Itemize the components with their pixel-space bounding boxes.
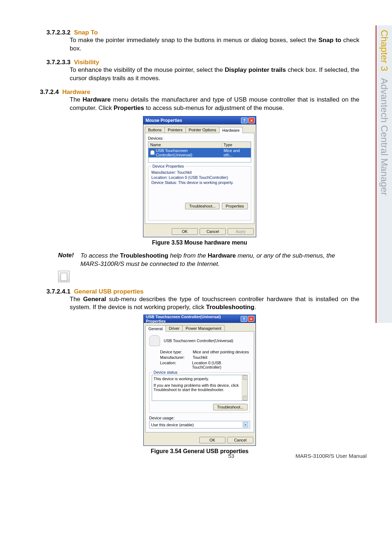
body-visibility: To enhance the visibility of the mouse p… — [70, 66, 359, 83]
tab-driver[interactable]: Driver — [166, 325, 183, 331]
note-label: Note! — [58, 252, 74, 259]
cancel-button[interactable]: Cancel — [200, 228, 226, 235]
tab-hardware[interactable]: Hardware — [219, 127, 243, 133]
note-icon — [58, 271, 70, 282]
ok-button[interactable]: OK — [172, 228, 198, 235]
tab-pointers[interactable]: Pointers — [164, 127, 185, 133]
properties-button[interactable]: Properties — [222, 203, 248, 209]
list-header: Name Type — [148, 142, 251, 148]
dialog-footer: OK Cancel Apply — [143, 226, 256, 237]
devices-list[interactable]: Name Type USB Touchscreen Controller(Uni… — [148, 141, 251, 163]
ok-button[interactable]: OK — [199, 437, 225, 443]
device-icon — [149, 335, 160, 346]
device-type-value: Mice and other pointing devices — [193, 350, 249, 354]
body-snap-to: To make the pointer immediately snap to … — [70, 36, 359, 53]
heading-general-usb: 3.7.2.4.1 General USB properties — [46, 288, 359, 295]
device-name: USB Touchscreen Controller(Universal) — [164, 338, 233, 343]
device-usage-label: Device usage: — [149, 416, 250, 420]
status-title: Device status — [152, 370, 179, 374]
dialog-footer: OK Cancel — [144, 435, 256, 446]
manual-name: MARS-3100R/S User Manual — [295, 453, 367, 459]
chevron-down-icon: ▾ — [243, 422, 248, 427]
help-button[interactable]: ? — [241, 316, 247, 322]
location-label: Location: — [160, 361, 192, 369]
device-usage-select[interactable]: Use this device (enable) ▾ — [149, 421, 250, 428]
location-value: Location 0 (USB TouchController) — [192, 361, 250, 369]
heading-visibility: 3.7.2.3.3 Visibility — [46, 59, 359, 66]
titlebar: USB Touchscreen Controller(Universal) Pr… — [144, 315, 256, 323]
manufacturer-line: Manufacturer: Touchkit — [151, 170, 248, 175]
tab-power-management[interactable]: Power Management — [182, 325, 224, 331]
col-name[interactable]: Name — [148, 142, 222, 148]
tab-panel: Devices: Name Type USB Touchscreen Contr… — [145, 133, 254, 224]
tab-pointer-options[interactable]: Pointer Options — [185, 127, 220, 133]
device-status-group: Device status This device is working pro… — [149, 372, 250, 413]
mouse-properties-dialog: Mouse Properties ? × Buttons Pointers Po… — [143, 116, 256, 237]
close-button[interactable]: × — [248, 316, 254, 322]
status-textbox[interactable]: This device is working properly. If you … — [152, 375, 248, 401]
note-text: To access the Troubleshooting help from … — [80, 252, 359, 268]
troubleshoot-button[interactable]: Troubleshoot... — [213, 404, 248, 410]
page-number: 53 — [228, 453, 234, 459]
heading-snap-to: 3.7.2.3.2 Snap To — [46, 29, 359, 36]
location-line: Location: Location 0 (USB TouchControlle… — [151, 175, 248, 180]
devices-label: Devices: — [148, 136, 251, 140]
troubleshoot-button[interactable]: Troubleshoot... — [185, 203, 220, 209]
mouse-icon — [150, 150, 155, 155]
status-line: Device Status: This device is working pr… — [151, 180, 248, 185]
dialog-title: Mouse Properties — [146, 118, 182, 123]
figure-caption-1: Figure 3.53 Mouse hardware menu — [40, 239, 359, 246]
dialog-title: USB Touchscreen Controller(Universal) Pr… — [146, 315, 241, 323]
titlebar: Mouse Properties ? × — [143, 116, 256, 124]
group-title: Device Properties — [151, 164, 185, 168]
manufacturer-label: Manufacturer: — [160, 355, 193, 360]
col-type[interactable]: Type — [222, 142, 251, 148]
tab-row: Buttons Pointers Pointer Options Hardwar… — [143, 124, 256, 133]
body-hardware: The Hardware menu details the manufactur… — [70, 96, 359, 112]
device-type-label: Device type: — [160, 350, 193, 354]
body-general-usb: The General sub-menu describes the type … — [70, 295, 359, 312]
manufacturer-value: Touchkit — [193, 355, 207, 360]
tab-general[interactable]: General — [145, 325, 166, 332]
tab-panel: USB Touchscreen Controller(Universal) De… — [145, 331, 254, 432]
note-block: Note! To access the Troubleshooting help… — [58, 252, 359, 268]
help-button[interactable]: ? — [241, 118, 248, 123]
close-button[interactable]: × — [248, 118, 255, 123]
scrollbar[interactable] — [242, 375, 247, 401]
cancel-button[interactable]: Cancel — [227, 437, 253, 443]
heading-hardware: 3.7.2.4 Hardware — [40, 89, 359, 96]
tab-row: General Driver Power Management — [144, 323, 256, 331]
usb-properties-dialog: USB Touchscreen Controller(Universal) Pr… — [143, 315, 256, 446]
device-row[interactable]: USB Touchscreen Controller(Universal) Mi… — [148, 148, 251, 157]
page-footer: 53 MARS-3100R/S User Manual — [40, 453, 367, 459]
tab-buttons[interactable]: Buttons — [145, 127, 165, 133]
apply-button: Apply — [228, 228, 254, 235]
device-properties-group: Device Properties Manufacturer: Touchkit… — [148, 166, 251, 221]
